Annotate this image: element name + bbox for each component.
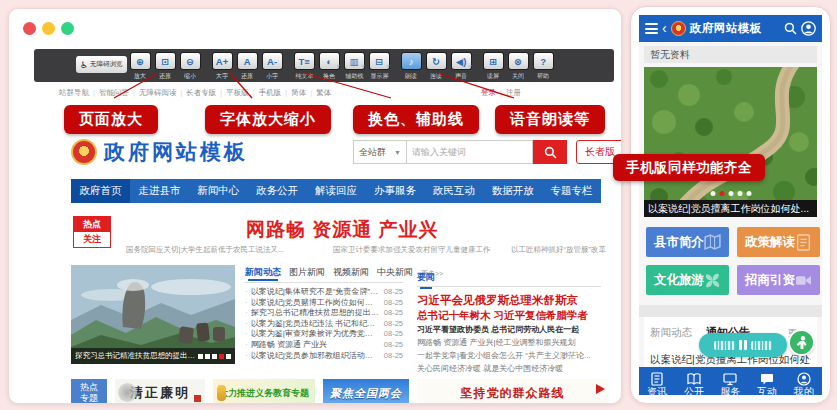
- hamburger-menu-icon[interactable]: [645, 23, 658, 34]
- hot-headline-link[interactable]: 网路畅 资源通 产业兴: [246, 217, 439, 243]
- font-larger[interactable]: A+ 大字: [211, 52, 234, 82]
- nav-interpretation[interactable]: 解读回应: [307, 179, 366, 203]
- font-reset[interactable]: A 还原: [236, 52, 259, 82]
- zoom-in[interactable]: ⊕ 放大: [129, 52, 152, 82]
- tile-culture-tourism[interactable]: 文化旅游: [646, 265, 729, 295]
- tile-investment[interactable]: 招商引资: [737, 265, 820, 295]
- zoom-reset[interactable]: ⊡ 还原: [154, 52, 177, 82]
- plain-text[interactable]: T≡ 纯文本: [293, 52, 316, 82]
- tile-policy[interactable]: 政策解读: [737, 227, 820, 257]
- phone-carousel[interactable]: 以案说纪|党员擅离工作岗位如何处...: [644, 67, 817, 217]
- close[interactable]: ⊗ 关闭: [507, 52, 530, 82]
- tile-county-intro[interactable]: 县市简介: [646, 227, 729, 257]
- headline-news-item[interactable]: 关心民间经济冷暖 就是关心中国经济冷暖: [417, 362, 601, 375]
- audio-player[interactable]: [699, 333, 787, 357]
- banner-two-sessions[interactable]: 聚焦全国两会: [323, 379, 409, 404]
- bottom-nav-profile[interactable]: 我的: [785, 367, 822, 395]
- news-tab[interactable]: 图片新闻: [289, 266, 325, 279]
- photo-carousel[interactable]: 探究习总书记精准扶贫思想的提出与理论基础: [71, 265, 235, 364]
- login-link[interactable]: 登录: [481, 88, 496, 98]
- bottom-nav-news[interactable]: 资讯: [639, 367, 676, 395]
- maximize-window-button[interactable]: [61, 22, 74, 35]
- guide-line[interactable]: ▥▾ 辅助线: [343, 52, 366, 82]
- tab-news[interactable]: 新闻动态: [650, 326, 692, 340]
- nav-open-data[interactable]: 数据开放: [483, 179, 542, 203]
- news-tab[interactable]: 新闻动态: [245, 266, 281, 279]
- news-list-item[interactable]: · 网路畅 资源通 产业兴 08-25: [245, 340, 403, 351]
- utility-link[interactable]: 手机版: [249, 88, 281, 98]
- search-button[interactable]: [533, 140, 567, 164]
- carousel-dot[interactable]: [205, 354, 210, 359]
- utility-link[interactable]: 无障碍阅读: [129, 88, 176, 98]
- display-screen[interactable]: ⊟▾ 显示屏: [368, 52, 391, 82]
- utility-link[interactable]: 简体: [281, 88, 306, 98]
- nav-news[interactable]: 新闻中心: [189, 179, 248, 203]
- news-list-item[interactable]: · 探究习总书记精准扶贫思想的提出与理论基础 08-25: [245, 308, 403, 319]
- banner-education[interactable]: 大力推进义务教育专题: [213, 379, 315, 404]
- change-color[interactable]: ◐▾ 换色: [318, 52, 341, 82]
- nav-home[interactable]: 政府首页: [71, 179, 130, 203]
- minimize-window-button[interactable]: [42, 22, 55, 35]
- carousel-dot[interactable]: [226, 354, 231, 359]
- utility-link[interactable]: 平板版: [216, 88, 248, 98]
- news-tab[interactable]: 中央新闻: [377, 266, 413, 279]
- carousel-dot[interactable]: [212, 354, 217, 359]
- carousel-dot[interactable]: [219, 354, 224, 359]
- search-icon[interactable]: [784, 22, 797, 35]
- search-scope-select[interactable]: 全站群 ▼: [353, 140, 407, 164]
- carousel-dot[interactable]: [737, 191, 742, 196]
- user-icon[interactable]: [801, 21, 816, 36]
- news-list-item[interactable]: · 以案为鉴|审查对象被评为优秀党员 镇党委5人被问责 08-25: [245, 329, 403, 340]
- bottom-nav-interaction[interactable]: 互动: [749, 367, 786, 395]
- nav-county[interactable]: 走进县市: [130, 179, 189, 203]
- voice[interactable]: ◀)▾ 声音: [450, 52, 473, 82]
- utility-link[interactable]: 站群导航: [59, 88, 89, 98]
- banner-integrity[interactable]: 清正廉明: [115, 379, 205, 404]
- pause-icon[interactable]: [739, 340, 748, 350]
- headline-news-tab[interactable]: 要闻: [417, 271, 435, 287]
- headline-news-item[interactable]: 一起学党章|看党小组会怎么开 “共产主义渺茫论...: [417, 349, 601, 362]
- carousel-caption[interactable]: 探究习总书记精准扶贫思想的提出与理论基础: [75, 351, 195, 361]
- screen-reader[interactable]: ⊞ 读屏: [482, 52, 505, 82]
- headline-news-item[interactable]: 习近平看望政协委员 总书记同劳动人民在一起: [417, 323, 601, 336]
- back-chevron-icon[interactable]: ‹: [662, 21, 667, 35]
- site-logo[interactable]: ★ 政府网站模板: [71, 138, 248, 166]
- bottom-nav-disclosure[interactable]: 公开: [676, 367, 713, 395]
- help[interactable]: ? 帮助: [532, 52, 555, 82]
- nav-services[interactable]: 办事服务: [365, 179, 424, 203]
- carousel-dot[interactable]: [710, 191, 715, 196]
- utility-link[interactable]: 长者专版: [176, 88, 216, 98]
- accessibility-mode-button[interactable]: ♿ 无障碍浏览: [76, 56, 127, 73]
- hot-sublink[interactable]: 国家卫计委要求加强关爱农村留守儿童健康工作: [333, 245, 491, 255]
- news-list-item[interactable]: · 以案说纪|党员参加邪教组织活动如何处分? 08-25: [245, 351, 403, 362]
- bottom-nav-services[interactable]: 服务: [712, 367, 749, 395]
- read-aloud[interactable]: ♪ 朗读: [400, 52, 423, 82]
- nav-gov-affairs[interactable]: 政务公开: [248, 179, 307, 203]
- close-window-button[interactable]: [23, 22, 36, 35]
- font-smaller[interactable]: A- 小字: [261, 52, 284, 82]
- news-tabs: 新闻动态图片新闻视频新闻中央新闻 更多>>: [245, 266, 403, 283]
- headline-news-item[interactable]: 网路畅 资源通 产业兴|经工业调整和振兴规划: [417, 336, 601, 349]
- register-link[interactable]: 注册: [506, 88, 521, 98]
- continuous-read[interactable]: ↻ 连读: [425, 52, 448, 82]
- zoom-out[interactable]: ⊖ 缩小: [179, 52, 202, 82]
- hot-sublink[interactable]: 以工匠精神抓好“放管服”改革: [511, 245, 606, 255]
- carousel-dot[interactable]: [198, 354, 203, 359]
- carousel-dot[interactable]: [728, 191, 733, 196]
- nav-interaction[interactable]: 政民互动: [424, 179, 483, 203]
- carousel-dot[interactable]: [746, 191, 751, 196]
- utility-link[interactable]: 智能问答: [89, 88, 129, 98]
- news-list-item[interactable]: · 以案为鉴|党员违纪违法 书记和纪委如何问责 08-25: [245, 319, 403, 330]
- carousel-dot[interactable]: [719, 191, 724, 196]
- news-list-item[interactable]: · 以案说纪|党员赌博工作岗位如何处分? 08-25: [245, 298, 403, 309]
- search-input[interactable]: [407, 140, 533, 164]
- utility-link[interactable]: 繁体: [306, 88, 331, 98]
- nav-special[interactable]: 专题专栏: [542, 179, 601, 203]
- sign-language-button[interactable]: [788, 329, 815, 356]
- news-tab[interactable]: 视频新闻: [333, 266, 369, 279]
- banner-mass-line[interactable]: 坚持党的群众路线: [417, 379, 608, 404]
- hot-sublink[interactable]: 国务院回应关切|大学生起薪低于农民工说法又...: [126, 245, 284, 255]
- headline-news-item[interactable]: 总书记十年树木 习近平复信希腊学者: [417, 308, 601, 323]
- headline-news-item[interactable]: 习近平会见俄罗斯总理米舒斯京: [417, 292, 601, 308]
- news-list-item[interactable]: · 以案说纪|集体研究不是“免责金牌” 违规发放津贴被... 08-25: [245, 287, 403, 298]
